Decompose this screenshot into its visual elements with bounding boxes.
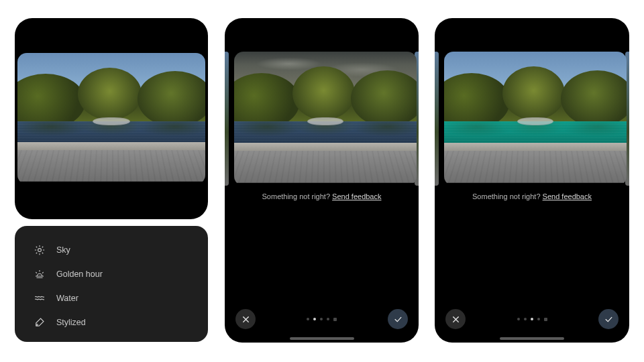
menu-item-label: Water <box>56 294 78 303</box>
cancel-button[interactable] <box>445 309 466 329</box>
svg-line-8 <box>42 247 44 248</box>
check-icon <box>393 314 403 324</box>
menu-item-sky[interactable]: Sky <box>15 238 208 262</box>
prev-variant-sliver[interactable] <box>435 52 439 186</box>
photo-preview-card <box>15 18 208 219</box>
sunset-icon <box>34 268 46 280</box>
confirm-button[interactable] <box>598 309 619 329</box>
send-feedback-link[interactable]: Send feedback <box>332 192 381 200</box>
feedback-row: Something not right? Send feedback <box>435 192 629 200</box>
menu-item-stylized[interactable]: Stylized <box>15 310 208 335</box>
svg-line-5 <box>36 247 38 248</box>
menu-item-water[interactable]: Water <box>15 286 208 310</box>
home-indicator <box>500 337 564 340</box>
check-icon <box>604 314 614 324</box>
menu-item-label: Golden hour <box>56 269 103 279</box>
menu-item-golden-hour[interactable]: Golden hour <box>15 262 208 286</box>
editor-screen-water-variant: Something not right? Send feedback <box>435 18 629 343</box>
waves-icon <box>34 292 46 304</box>
svg-point-0 <box>38 249 42 252</box>
edited-photo[interactable] <box>234 52 417 186</box>
sun-icon <box>34 244 46 256</box>
original-photo[interactable] <box>17 53 205 184</box>
feedback-row: Something not right? Send feedback <box>225 192 419 200</box>
confirm-button[interactable] <box>388 309 408 329</box>
page-indicator <box>517 318 547 321</box>
svg-line-6 <box>42 253 44 254</box>
effect-menu: Sky Golden hour Water Stylized <box>15 226 208 342</box>
edited-photo[interactable] <box>444 52 627 186</box>
effect-menu-card: Sky Golden hour Water Stylized <box>15 226 208 342</box>
menu-item-label: Sky <box>56 245 70 255</box>
svg-line-10 <box>36 272 37 274</box>
send-feedback-link[interactable]: Send feedback <box>543 192 592 200</box>
svg-point-12 <box>36 324 38 326</box>
svg-line-7 <box>36 253 38 254</box>
menu-item-label: Stylized <box>56 318 86 327</box>
page-indicator <box>307 318 337 321</box>
editor-bottom-bar <box>435 304 629 335</box>
close-icon <box>241 314 251 324</box>
editor-bottom-bar <box>225 304 419 335</box>
editor-screen-sky-variant: Something not right? Send feedback <box>225 18 419 343</box>
feedback-prompt-text: Something not right? <box>262 192 333 200</box>
close-icon <box>451 314 461 324</box>
home-indicator <box>290 337 354 340</box>
cancel-button[interactable] <box>235 309 256 329</box>
svg-line-11 <box>42 272 44 274</box>
feedback-prompt-text: Something not right? <box>472 192 543 200</box>
prev-variant-sliver[interactable] <box>225 52 229 186</box>
paint-icon <box>34 316 46 328</box>
